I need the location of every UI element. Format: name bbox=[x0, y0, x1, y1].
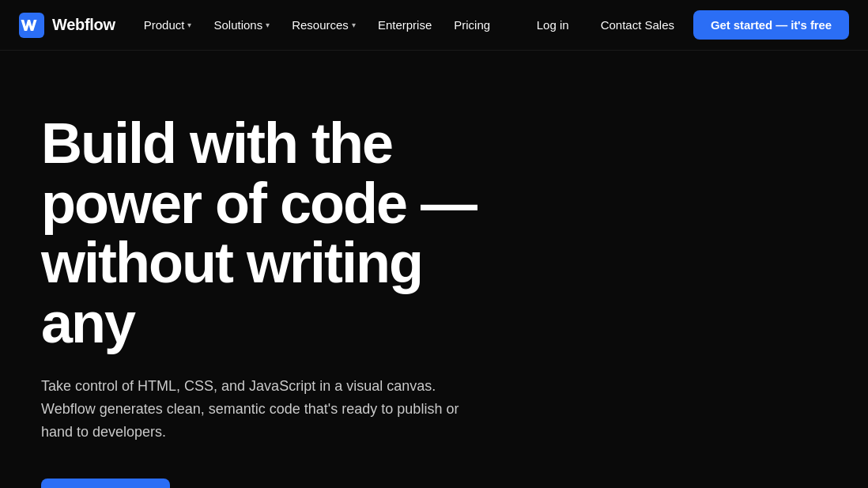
nav-left: Webflow Product ▾ Solutions ▾ Resources … bbox=[19, 12, 500, 38]
get-started-button[interactable]: Get started — it's free bbox=[693, 10, 849, 40]
nav-link-product[interactable]: Product ▾ bbox=[134, 12, 202, 38]
webflow-logo-icon bbox=[19, 13, 44, 38]
nav-link-resources[interactable]: Resources ▾ bbox=[282, 12, 365, 38]
login-button[interactable]: Log in bbox=[524, 12, 582, 38]
hero-title: Build with the power of code — without w… bbox=[41, 114, 528, 353]
start-building-button[interactable]: Start building bbox=[41, 479, 170, 488]
nav-right: Log in Contact Sales Get started — it's … bbox=[524, 10, 849, 40]
chevron-down-icon: ▾ bbox=[352, 21, 356, 29]
chevron-down-icon: ▾ bbox=[266, 21, 270, 29]
hero-subtitle: Take control of HTML, CSS, and JavaScrip… bbox=[41, 375, 468, 443]
contact-sales-button[interactable]: Contact Sales bbox=[588, 12, 687, 38]
nav-link-enterprise[interactable]: Enterprise bbox=[368, 12, 441, 38]
logo-link[interactable]: Webflow bbox=[19, 13, 115, 38]
nav-links: Product ▾ Solutions ▾ Resources ▾ Enterp… bbox=[134, 12, 500, 38]
logo-text: Webflow bbox=[52, 16, 115, 34]
nav-link-solutions[interactable]: Solutions ▾ bbox=[204, 12, 279, 38]
hero-section: Build with the power of code — without w… bbox=[0, 51, 569, 488]
chevron-down-icon: ▾ bbox=[187, 21, 191, 29]
nav-link-pricing[interactable]: Pricing bbox=[444, 12, 500, 38]
navbar: Webflow Product ▾ Solutions ▾ Resources … bbox=[0, 0, 868, 51]
